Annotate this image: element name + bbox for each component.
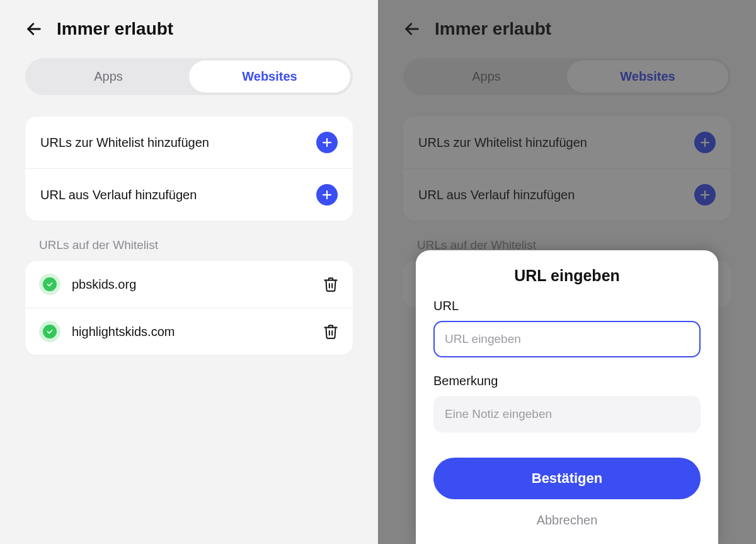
tab-websites[interactable]: Websites — [189, 61, 350, 93]
url-field-label: URL — [433, 299, 701, 313]
header: Immer erlaubt — [25, 19, 353, 39]
confirm-button[interactable]: Bestätigen — [433, 458, 701, 499]
plus-icon[interactable] — [316, 184, 338, 205]
check-icon — [39, 321, 60, 342]
page-title: Immer erlaubt — [57, 19, 173, 39]
plus-icon[interactable] — [316, 132, 338, 153]
back-icon[interactable] — [25, 20, 43, 38]
trash-icon[interactable] — [323, 276, 339, 292]
add-to-whitelist-row[interactable]: URLs zur Whitelist hinzufügen — [25, 117, 353, 168]
whitelist-url: pbskids.org — [72, 277, 311, 292]
add-from-history-row[interactable]: URL aus Verlauf hinzufügen — [25, 168, 353, 221]
note-field-label: Bemerkung — [433, 374, 701, 388]
list-item: pbskids.org — [25, 261, 353, 308]
whitelist-url: highlightskids.com — [72, 325, 311, 339]
tab-apps[interactable]: Apps — [28, 61, 189, 93]
tab-switcher: Apps Websites — [25, 58, 353, 95]
url-entry-sheet: URL eingeben URL Bemerkung Bestätigen Ab… — [416, 250, 718, 544]
screen-whitelist: Immer erlaubt Apps Websites URLs zur Whi… — [0, 0, 378, 544]
whitelist-section-label: URLs auf der Whitelist — [39, 238, 353, 252]
add-from-history-label: URL aus Verlauf hinzufügen — [40, 188, 197, 202]
add-to-whitelist-label: URLs zur Whitelist hinzufügen — [40, 136, 209, 150]
whitelist-list: pbskids.org highlightskids.com — [25, 261, 353, 355]
sheet-title: URL eingeben — [433, 267, 701, 285]
check-icon — [39, 274, 60, 295]
whitelist-actions-card: URLs zur Whitelist hinzufügen URL aus Ve… — [25, 117, 353, 221]
screen-whitelist-modal: Immer erlaubt Apps Websites URLs zur Whi… — [378, 0, 756, 544]
trash-icon[interactable] — [323, 323, 339, 340]
list-item: highlightskids.com — [25, 308, 353, 355]
note-input[interactable] — [433, 396, 701, 432]
cancel-button[interactable]: Abbrechen — [433, 499, 701, 531]
url-input[interactable] — [433, 321, 701, 357]
